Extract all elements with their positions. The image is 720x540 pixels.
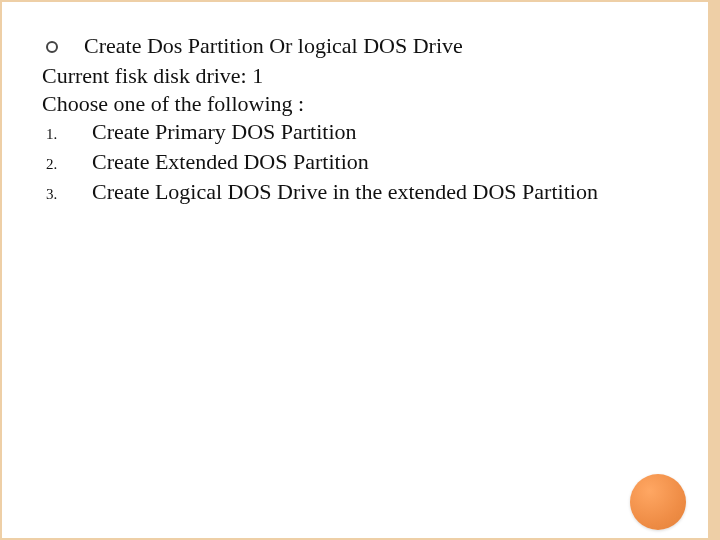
option-text: Create Logical DOS Drive in the extended… bbox=[92, 178, 678, 206]
heading-row: Create Dos Partition Or logical DOS Driv… bbox=[42, 32, 678, 60]
option-row-2: 2. Create Extended DOS Partition bbox=[42, 148, 678, 178]
slide-content: Create Dos Partition Or logical DOS Driv… bbox=[42, 32, 678, 208]
heading-text: Create Dos Partition Or logical DOS Driv… bbox=[84, 32, 463, 60]
slide: Create Dos Partition Or logical DOS Driv… bbox=[0, 0, 720, 540]
choose-line: Choose one of the following : bbox=[42, 90, 678, 118]
option-row-1: 1. Create Primary DOS Partition bbox=[42, 118, 678, 148]
option-number: 2. bbox=[42, 150, 92, 178]
option-number: 3. bbox=[42, 180, 92, 208]
option-number: 1. bbox=[42, 120, 92, 148]
option-row-3: 3. Create Logical DOS Drive in the exten… bbox=[42, 178, 678, 208]
option-text: Create Primary DOS Partition bbox=[92, 118, 678, 146]
decorative-circle-icon bbox=[630, 474, 686, 530]
bullet-open-icon bbox=[46, 41, 58, 53]
current-drive-line: Current fisk disk drive: 1 bbox=[42, 62, 678, 90]
option-text: Create Extended DOS Partition bbox=[92, 148, 678, 176]
